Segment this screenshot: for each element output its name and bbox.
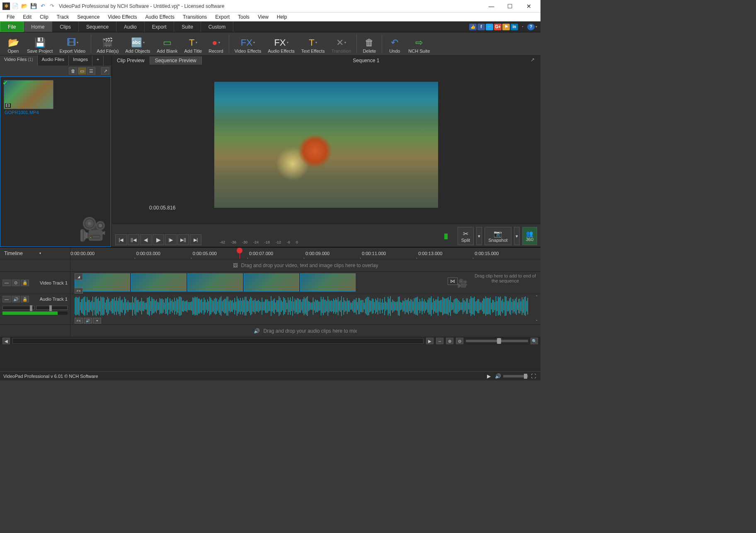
scroll-right-button[interactable]: ▶ bbox=[426, 338, 434, 344]
preview-track-button[interactable]: ⊙ bbox=[12, 280, 20, 286]
video-clip[interactable] bbox=[75, 273, 130, 292]
share-icon[interactable]: ⚑ bbox=[502, 24, 510, 30]
play-button[interactable]: ▶ bbox=[153, 234, 164, 245]
fx-badge[interactable]: FX bbox=[75, 288, 83, 294]
scroll-down-button[interactable]: ˇ bbox=[533, 319, 540, 324]
scroll-track[interactable] bbox=[12, 338, 424, 344]
menu-sequence[interactable]: Sequence bbox=[73, 13, 104, 21]
help-icon[interactable]: ? bbox=[527, 24, 535, 30]
vr360-button[interactable]: 👥360 bbox=[522, 227, 537, 245]
ribbon-tab-suite[interactable]: Suite bbox=[174, 22, 201, 32]
video-clip[interactable] bbox=[131, 273, 187, 292]
status-volume-icon[interactable]: 🔊 bbox=[494, 373, 502, 380]
ribbon-tab-clips[interactable]: Clips bbox=[52, 22, 79, 32]
new-icon[interactable]: 📄 bbox=[12, 2, 19, 10]
menu-tools[interactable]: Tools bbox=[234, 13, 254, 21]
zoom-slider[interactable] bbox=[466, 340, 528, 342]
fullscreen-icon[interactable]: ⛶ bbox=[530, 373, 537, 380]
clip-thumbnail[interactable]: ✔ 🎞 GOPR1001.MP4 bbox=[4, 80, 53, 116]
menu-audio-effects[interactable]: Audio Effects bbox=[141, 13, 179, 21]
add-file-s--button[interactable]: 🎬Add File(s) bbox=[94, 33, 121, 55]
like-icon[interactable]: 👍 bbox=[469, 24, 477, 30]
preview-viewport[interactable] bbox=[112, 66, 540, 224]
collapse-track-button[interactable]: — bbox=[2, 280, 11, 286]
playhead[interactable] bbox=[237, 248, 242, 253]
bin-tab--[interactable]: + bbox=[92, 56, 104, 66]
popout-bin-button[interactable]: ↗ bbox=[101, 67, 109, 75]
tab-clip-preview[interactable]: Clip Preview bbox=[112, 56, 150, 65]
next-frame-button[interactable]: ▶|| bbox=[177, 234, 189, 245]
step-back-button[interactable]: ◀| bbox=[140, 234, 152, 245]
menu-clip[interactable]: Clip bbox=[36, 13, 53, 21]
lock-track-button[interactable]: 🔒 bbox=[21, 280, 29, 286]
menu-video-effects[interactable]: Video Effects bbox=[104, 13, 141, 21]
add-blank-button[interactable]: ▭Add Blank bbox=[154, 33, 180, 55]
pan-slider[interactable] bbox=[36, 306, 68, 310]
text-effects-button[interactable]: T▾Text Effects bbox=[298, 33, 328, 55]
mute-clip-icon[interactable]: 🔊 bbox=[84, 318, 92, 324]
zoom-out-button[interactable]: ⊖ bbox=[456, 338, 463, 344]
timeline-label[interactable]: Timeline▾ bbox=[0, 248, 70, 259]
transition-icon[interactable]: ⋈ bbox=[448, 277, 458, 285]
split-button[interactable]: ✂Split bbox=[458, 227, 474, 245]
export-video-button[interactable]: 🎞▾Export Video bbox=[56, 33, 88, 55]
video-clip[interactable] bbox=[244, 273, 299, 292]
goto-start-button[interactable]: |◀ bbox=[115, 234, 127, 245]
open-button[interactable]: 📂Open bbox=[3, 33, 23, 55]
redo-icon[interactable]: ↷ bbox=[48, 2, 56, 10]
fx-badge[interactable]: FX bbox=[75, 318, 83, 324]
minimize-button[interactable]: — bbox=[482, 0, 501, 12]
menu-transitions[interactable]: Transitions bbox=[179, 13, 211, 21]
video-track-content[interactable]: ◢ FX ⋈ 🎥 bbox=[70, 272, 470, 294]
menu-file[interactable]: File bbox=[2, 13, 19, 21]
folder-bin-button[interactable]: ▭ bbox=[78, 67, 86, 75]
video-effects-button[interactable]: FX▾Video Effects bbox=[232, 33, 264, 55]
menu-help[interactable]: Help bbox=[273, 13, 291, 21]
facebook-icon[interactable]: f bbox=[477, 24, 485, 30]
link-icon[interactable]: ⚭ bbox=[93, 318, 101, 324]
overlay-dropzone[interactable]: 🖼 Drag and drop your video, text and ima… bbox=[70, 259, 540, 271]
list-view-button[interactable]: ☰ bbox=[87, 67, 95, 75]
delete-button[interactable]: 🗑Delete bbox=[359, 33, 379, 55]
audio-track-content[interactable]: FX 🔊 ⚭ bbox=[70, 294, 533, 324]
ribbon-tab-home[interactable]: Home bbox=[24, 22, 52, 32]
audio-mix-dropzone[interactable]: 🔊 Drag and drop your audio clips here to… bbox=[70, 325, 540, 337]
prev-frame-button[interactable]: ||◀ bbox=[128, 234, 139, 245]
ribbon-tab-export[interactable]: Export bbox=[145, 22, 174, 32]
audio-effects-button[interactable]: FX▾Audio Effects bbox=[265, 33, 298, 55]
linkedin-icon[interactable]: in bbox=[511, 24, 518, 30]
transition-button[interactable]: ✕▾Transition bbox=[328, 33, 354, 55]
menu-export[interactable]: Export bbox=[211, 13, 234, 21]
menu-edit[interactable]: Edit bbox=[19, 13, 36, 21]
zoom-in-button[interactable]: ⊕ bbox=[446, 338, 453, 344]
step-fwd-button[interactable]: |▶ bbox=[165, 234, 177, 245]
googleplus-icon[interactable]: G+ bbox=[494, 24, 502, 30]
add-objects-button[interactable]: 🔤▾Add Objects bbox=[122, 33, 153, 55]
snapshot-dropdown[interactable]: ▾ bbox=[514, 227, 520, 245]
delete-bin-button[interactable]: 🗑 bbox=[69, 67, 77, 75]
open-icon[interactable]: 📂 bbox=[21, 2, 28, 10]
save-project-button[interactable]: 💾Save Project bbox=[24, 33, 56, 55]
help-dropdown[interactable]: ▾ bbox=[536, 25, 537, 29]
ribbon-tab-audio[interactable]: Audio bbox=[116, 22, 145, 32]
menu-view[interactable]: View bbox=[254, 13, 273, 21]
timeline-ruler[interactable]: 0:00:00.0000:00:03.0000:00:05.0000:00:07… bbox=[70, 248, 540, 259]
maximize-button[interactable]: ☐ bbox=[501, 0, 519, 12]
menu-track[interactable]: Track bbox=[53, 13, 73, 21]
nch-suite-button[interactable]: ⇨NCH Suite bbox=[405, 33, 433, 55]
zoom-fit-button[interactable]: 🔍 bbox=[531, 338, 538, 344]
collapse-audio-button[interactable]: — bbox=[2, 296, 11, 302]
save-icon[interactable]: 💾 bbox=[30, 2, 37, 10]
undo-icon[interactable]: ↶ bbox=[39, 2, 46, 10]
twitter-icon[interactable]: 🐦 bbox=[486, 24, 493, 30]
scroll-up-button[interactable]: ˆ bbox=[533, 295, 540, 299]
bin-tab-audio-files[interactable]: Audio Files bbox=[38, 56, 69, 66]
bin-content[interactable]: ✔ 🎞 GOPR1001.MP4 🎥 bbox=[0, 76, 111, 247]
status-play-icon[interactable]: ▶ bbox=[485, 373, 492, 380]
split-dropdown[interactable]: ▾ bbox=[476, 227, 482, 245]
popout-preview-button[interactable]: ↗ bbox=[531, 57, 539, 64]
mute-track-button[interactable]: 🔊 bbox=[12, 296, 20, 302]
ribbon-tab-sequence[interactable]: Sequence bbox=[79, 22, 116, 32]
bin-tab-video-files[interactable]: Video Files (1) bbox=[0, 56, 38, 66]
scroll-left-button[interactable]: ◀ bbox=[2, 338, 10, 344]
